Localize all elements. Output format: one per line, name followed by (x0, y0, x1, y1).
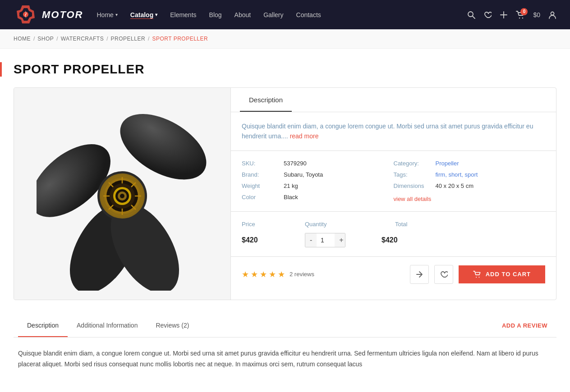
details-col-left: SKU: 5379290 Brand: Subaru, Toyota Weigh… (242, 160, 394, 202)
svg-point-31 (476, 277, 477, 278)
bottom-tab-description[interactable]: Description (18, 314, 68, 337)
star-2: ★ (251, 269, 258, 279)
product-section: Description Quisque blandit enim diam, a… (14, 87, 556, 300)
chevron-down-icon: ▾ (155, 12, 157, 17)
detail-sku: SKU: 5379290 (242, 160, 394, 167)
tags-link[interactable]: firm, short, sport (436, 171, 478, 178)
qty-increase-button[interactable]: + (335, 233, 345, 247)
breadcrumb-propeller[interactable]: PROPELLER (111, 36, 146, 42)
detail-brand: Brand: Subaru, Toyota (242, 171, 394, 178)
svg-line-6 (473, 16, 475, 18)
bottom-content: Quisque blandit enim diam, a congue lore… (14, 337, 556, 381)
pricing-header: Price Quantity Total (242, 221, 545, 228)
svg-point-5 (468, 12, 473, 17)
search-button[interactable] (467, 11, 475, 19)
cart-badge: 0 (520, 8, 528, 15)
page-title: SPORT PROPELLER (14, 62, 556, 77)
total-value: $420 (382, 236, 398, 244)
nav-contacts[interactable]: Contacts (296, 11, 321, 18)
price-value: $420 (242, 236, 305, 244)
wishlist-action-button[interactable] (434, 265, 453, 284)
add-to-cart-button[interactable]: ADD TO CART (459, 265, 545, 283)
reviews-count: 2 reviews (290, 271, 314, 278)
nav-home[interactable]: Home ▾ (97, 11, 117, 18)
svg-point-8 (522, 17, 523, 18)
product-image (37, 97, 208, 291)
navbar-actions: 0 $0 (467, 11, 556, 19)
product-description-text: Quisque blandit enim diam, a congue lore… (231, 112, 556, 151)
star-1: ★ (242, 269, 249, 279)
qty-decrease-button[interactable]: - (305, 233, 317, 247)
compare-icon (415, 270, 423, 278)
svg-point-9 (551, 12, 554, 15)
product-actions: ★ ★ ★ ★ ★ 2 reviews (231, 257, 556, 292)
qty-input[interactable] (317, 237, 335, 244)
nav-gallery[interactable]: Gallery (263, 11, 283, 18)
product-pricing: Price Quantity Total $420 - + $420 (231, 212, 556, 257)
stars-container: ★ ★ ★ ★ ★ 2 reviews (242, 269, 405, 279)
star-5: ★ (278, 269, 285, 279)
svg-point-7 (519, 17, 520, 18)
compare-action-button[interactable] (410, 265, 429, 284)
pricing-values: $420 - + $420 (242, 233, 545, 247)
read-more-link[interactable]: read more (290, 132, 319, 140)
breadcrumb-current: SPORT PROPELLER (152, 36, 208, 42)
navbar: MOTOR Home ▾ Catalog ▾ Elements Blog Abo… (0, 0, 570, 29)
page-content: SPORT PROPELLER (0, 49, 570, 392)
breadcrumb: HOME / SHOP / WATERCRAFTS / PROPELLER / … (0, 29, 570, 49)
detail-dimensions: Dimensions 40 x 20 x 5 cm (394, 182, 546, 189)
details-col-right: Category: Propeller Tags: firm, short, s… (394, 160, 546, 202)
view-all-details[interactable]: view all details (394, 196, 546, 202)
star-3: ★ (260, 269, 267, 279)
category-link[interactable]: Propeller (436, 160, 459, 167)
svg-point-32 (478, 277, 479, 278)
cart-button[interactable]: 0 (516, 11, 525, 19)
bottom-tab-reviews[interactable]: Reviews (2) (147, 314, 198, 337)
tab-description[interactable]: Description (240, 88, 292, 112)
svg-point-30 (120, 194, 124, 198)
nav-blog[interactable]: Blog (209, 11, 222, 18)
account-button[interactable] (548, 11, 556, 19)
nav-elements[interactable]: Elements (170, 11, 196, 18)
star-4: ★ (269, 269, 276, 279)
bottom-tab-additional[interactable]: Additional Information (68, 314, 147, 337)
cart-price: $0 (533, 11, 540, 18)
add-review-button[interactable]: ADD A REVIEW (497, 314, 552, 337)
product-tabs: Description (231, 88, 556, 112)
qty-header: Quantity (305, 221, 395, 228)
nav-catalog[interactable]: Catalog ▾ (130, 11, 157, 18)
qty-control: - + (305, 233, 345, 247)
navbar-nav: Home ▾ Catalog ▾ Elements Blog About Gal… (97, 11, 467, 18)
wishlist-button[interactable] (483, 11, 492, 19)
logo[interactable]: MOTOR (14, 2, 83, 27)
detail-tags: Tags: firm, short, sport (394, 171, 546, 178)
product-image-col (14, 88, 230, 300)
product-info-col: Description Quisque blandit enim diam, a… (230, 88, 556, 300)
nav-about[interactable]: About (234, 11, 251, 18)
detail-color: Color Black (242, 194, 394, 201)
chevron-down-icon: ▾ (115, 12, 118, 17)
heart-icon (440, 270, 448, 278)
bottom-section: Description Additional Information Revie… (14, 314, 556, 392)
product-details: SKU: 5379290 Brand: Subaru, Toyota Weigh… (231, 151, 556, 212)
detail-category: Category: Propeller (394, 160, 546, 167)
bottom-tabs: Description Additional Information Revie… (14, 314, 556, 337)
breadcrumb-shop[interactable]: SHOP (37, 36, 54, 42)
breadcrumb-watercrafts[interactable]: WATERCRAFTS (61, 36, 104, 42)
logo-text: MOTOR (42, 9, 83, 21)
breadcrumb-home[interactable]: HOME (14, 36, 31, 42)
total-header: Total (395, 221, 545, 228)
price-header: Price (242, 221, 305, 228)
cart-icon (473, 271, 481, 278)
compare-button[interactable] (500, 11, 508, 19)
logo-icon (14, 2, 38, 27)
detail-weight: Weight 21 kg (242, 182, 394, 189)
